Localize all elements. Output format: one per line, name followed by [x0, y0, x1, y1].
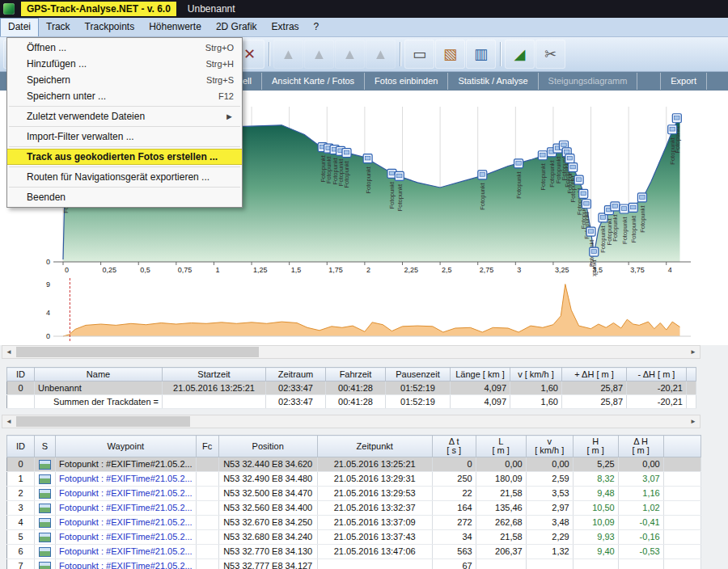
waypoint-cell[interactable]: Fotopunkt : #EXIFTime#21.05.2...: [56, 516, 197, 530]
print-icon[interactable]: ▭: [404, 40, 434, 69]
scrollbar-thumb[interactable]: [16, 416, 190, 427]
chart-horizontal-scrollbar[interactable]: ◄ ►: [2, 345, 700, 359]
waypoint-cell: [35, 501, 56, 516]
column-header-h-m[interactable]: - ΔH [ m ]: [627, 368, 687, 381]
waypoint-cell[interactable]: Fotopunkt : #EXIFTime#21.05.2...: [56, 501, 197, 516]
file-menu-item-routen-für-navigationsgerät-exportieren[interactable]: Routen für Navigationsgerät exportieren …: [7, 169, 242, 185]
waypoint-cell[interactable]: Fotopunkt : #EXIFTime#21.05.2...: [56, 472, 197, 487]
file-menu-item-track-aus-geokodierten-fotos-erstellen[interactable]: Track aus geokodierten Fotos erstellen .…: [7, 149, 242, 165]
file-menu-item-import-filter-verwalten[interactable]: Import-Filter verwalten ...: [7, 129, 242, 145]
menubar-item-datei[interactable]: Datei: [0, 18, 39, 36]
menubar-item-extras[interactable]: Extras: [265, 18, 307, 36]
menubar-item-2d-grafik[interactable]: 2D Grafik: [209, 18, 265, 36]
view-tab-export[interactable]: Export: [660, 73, 707, 90]
menubar-item-höhenwerte[interactable]: Höhenwerte: [142, 18, 209, 36]
column-header-id[interactable]: ID: [7, 368, 35, 381]
column-header-name[interactable]: Name: [35, 368, 163, 381]
column-header-länge-km[interactable]: Länge [ km ]: [451, 368, 510, 381]
svg-text:Fotopunkt: Fotopunkt: [388, 181, 396, 209]
photo-export-icon[interactable]: ▧: [435, 40, 465, 69]
waypoint-row[interactable]: 1Fotopunkt : #EXIFTime#21.05.2...N53 32.…: [7, 472, 701, 487]
submenu-arrow-icon: ►: [225, 112, 234, 121]
view-tab-statistik-analyse[interactable]: Statistik / Analyse: [448, 73, 538, 90]
column-header-h-m[interactable]: + ΔH [ m ]: [562, 368, 627, 381]
column-header-spacer[interactable]: [663, 436, 700, 457]
file-menu-item-speichern-unter[interactable]: Speichern unter ...F12: [7, 88, 242, 104]
menu-item-label: Import-Filter verwalten ...: [27, 131, 134, 142]
waypoint-cell: 22: [432, 487, 476, 501]
column-header-position[interactable]: Position: [218, 436, 317, 457]
waypoint-cell: [35, 457, 56, 472]
waypoint-cell: [35, 472, 56, 487]
waypoint-row[interactable]: 2Fotopunkt : #EXIFTime#21.05.2...N53 32.…: [7, 487, 701, 501]
waypoint-cell: [35, 559, 56, 569]
column-header-v-km-h[interactable]: v [ km/h ]: [510, 368, 562, 381]
menu-item-label: Zuletzt verwendete Dateien: [27, 111, 145, 122]
column-header-s[interactable]: S: [35, 436, 56, 457]
column-header-l-m[interactable]: L [ m ]: [476, 436, 526, 457]
file-menu-item-speichern[interactable]: SpeichernStrg+S: [7, 72, 242, 88]
waypoint-cell[interactable]: Fotopunkt : #EXIFTime#21.05.2...: [56, 457, 197, 472]
scroll-right-arrow-icon[interactable]: ►: [687, 346, 700, 358]
waypoint-cell: 0,00: [618, 457, 663, 472]
file-menu-item-beenden[interactable]: Beenden: [7, 189, 242, 205]
waypoint-row[interactable]: 4Fotopunkt : #EXIFTime#21.05.2...N53 32.…: [7, 516, 701, 530]
track-cell: -20,21: [627, 381, 687, 395]
column-header-pausenzeit[interactable]: Pausenzeit: [386, 368, 451, 381]
report-icon[interactable]: ▥: [466, 40, 496, 69]
scroll-right-arrow-icon[interactable]: ►: [687, 415, 700, 428]
track-cell: 25,87: [562, 395, 627, 409]
diagram-icon[interactable]: ◢: [505, 40, 535, 69]
view-tab-fotos-einbinden[interactable]: Fotos einbinden: [365, 73, 448, 90]
menubar-item-item[interactable]: ?: [307, 18, 327, 36]
track-cell: 00:41:28: [326, 395, 386, 409]
file-menu-item-zuletzt-verwendete-dateien[interactable]: Zuletzt verwendete Dateien►: [7, 108, 242, 124]
track-cell: 01:52:19: [386, 395, 451, 409]
waypoint-cell[interactable]: Fotopunkt : #EXIFTime#21.05.2...: [56, 545, 197, 559]
column-header-h-m[interactable]: Δ H [ m ]: [618, 436, 663, 457]
waypoint-row[interactable]: 3Fotopunkt : #EXIFTime#21.05.2...N53 32.…: [7, 501, 701, 516]
file-menu-item-öffnen[interactable]: Öffnen ...Strg+O: [7, 40, 242, 56]
waypoint-row[interactable]: 7Fotopunkt : #EXIFTime#21.05.2...N53 32.…: [7, 559, 701, 569]
column-header-fc[interactable]: Fc: [196, 436, 218, 457]
waypoint-cell: [196, 457, 218, 472]
column-header-startzeit[interactable]: Startzeit: [163, 368, 266, 381]
waypoint-row[interactable]: 5Fotopunkt : #EXIFTime#21.05.2...N53 32.…: [7, 530, 701, 545]
column-header-fahrzeit[interactable]: Fahrzeit: [326, 368, 386, 381]
title-bar: GPS-Track-Analyse.NET - v. 6.0 Unbenannt: [0, 0, 728, 18]
column-header-id[interactable]: ID: [7, 436, 35, 457]
scroll-left-arrow-icon[interactable]: ◄: [2, 346, 15, 358]
column-header-v-km-h[interactable]: v [ km/h ]: [526, 436, 573, 457]
waypoint-row[interactable]: 0Fotopunkt : #EXIFTime#21.05.2...N53 32.…: [7, 457, 701, 472]
waypoint-cell: N53 32.560 E8 34.400: [218, 501, 317, 516]
file-menu-item-hinzufügen[interactable]: Hinzufügen ...Strg+H: [7, 56, 242, 72]
menubar-item-track[interactable]: Track: [39, 18, 78, 36]
column-header-t-s[interactable]: Δ t [ s ]: [432, 436, 476, 457]
table-horizontal-scrollbar[interactable]: ◄ ►: [2, 415, 700, 428]
waypoint-cell[interactable]: Fotopunkt : #EXIFTime#21.05.2...: [56, 559, 197, 569]
scroll-left-arrow-icon[interactable]: ◄: [2, 415, 15, 428]
waypoint-cell[interactable]: Fotopunkt : #EXIFTime#21.05.2...: [56, 530, 197, 545]
track-row[interactable]: 0Unbenannt21.05.2016 13:25:2102:33:4700:…: [7, 381, 696, 395]
track-cell: 00:41:28: [326, 381, 386, 395]
photo-thumbnail-icon: [39, 533, 51, 542]
scrollbar-thumb[interactable]: [16, 347, 259, 357]
waypoint-cell: [317, 559, 432, 569]
column-header-zeitpunkt[interactable]: Zeitpunkt: [317, 436, 432, 457]
column-header-zeitraum[interactable]: Zeitraum: [266, 368, 326, 381]
track-row[interactable]: Summen der Trackdaten =02:33:4700:41:280…: [7, 395, 696, 409]
column-header-waypoint[interactable]: Waypoint: [56, 436, 197, 457]
cut-icon[interactable]: ✂: [535, 40, 565, 69]
column-header-spacer[interactable]: [687, 368, 696, 381]
waypoint-cell[interactable]: Fotopunkt : #EXIFTime#21.05.2...: [56, 487, 197, 501]
svg-text:4: 4: [46, 309, 50, 317]
column-header-h-m[interactable]: H [ m ]: [573, 436, 618, 457]
svg-text:1,75: 1,75: [328, 266, 343, 274]
svg-text:Fotopunkt: Fotopunkt: [365, 166, 372, 193]
waypoint-cell: [663, 559, 700, 569]
waypoint-row[interactable]: 6Fotopunkt : #EXIFTime#21.05.2...N53 32.…: [7, 545, 701, 559]
menubar-item-trackpoints[interactable]: Trackpoints: [78, 18, 142, 36]
track-cell: Unbenannt: [35, 381, 163, 395]
view-tab-ansicht-karte-fotos[interactable]: Ansicht Karte / Fotos: [262, 73, 365, 90]
menu-item-label: Speichern unter ...: [27, 91, 106, 102]
